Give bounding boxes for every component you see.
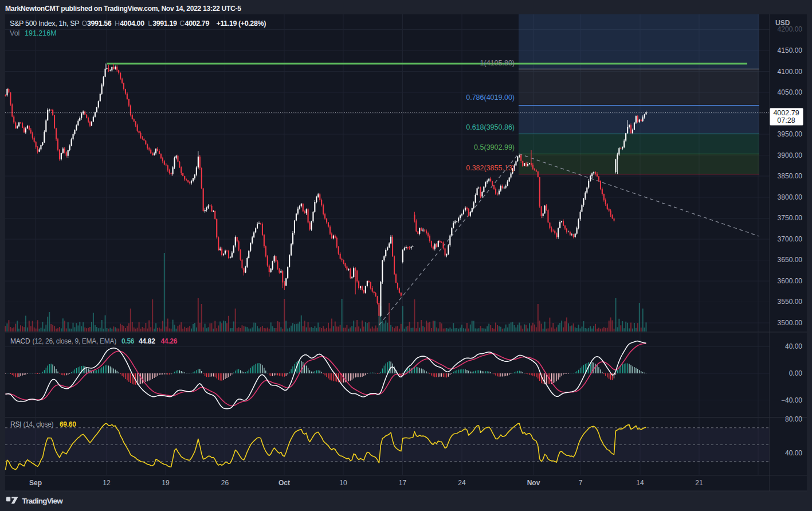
svg-text:3700.00: 3700.00 xyxy=(778,235,803,243)
svg-text:21: 21 xyxy=(695,479,703,487)
svg-text:7: 7 xyxy=(579,479,583,487)
svg-text:3900.00: 3900.00 xyxy=(778,151,803,159)
svg-text:RSI: RSI xyxy=(10,420,21,428)
svg-text:17: 17 xyxy=(399,479,407,487)
svg-text:+11.19 (+0.28%): +11.19 (+0.28%) xyxy=(217,19,266,28)
svg-text:4100.00: 4100.00 xyxy=(778,68,803,76)
svg-text:07:28: 07:28 xyxy=(777,116,795,124)
svg-text:24: 24 xyxy=(458,479,466,487)
svg-text:3500.00: 3500.00 xyxy=(778,319,803,327)
svg-text:0.618(3950.86): 0.618(3950.86) xyxy=(466,123,515,131)
svg-text:0.382(3855.13): 0.382(3855.13) xyxy=(466,164,515,172)
svg-text:3750.00: 3750.00 xyxy=(778,214,803,222)
svg-text:Sep: Sep xyxy=(29,479,42,487)
svg-text:H: H xyxy=(115,19,120,28)
svg-text:69.60: 69.60 xyxy=(60,420,76,428)
svg-text:3650.00: 3650.00 xyxy=(778,256,803,264)
svg-text:44.82: 44.82 xyxy=(139,337,155,345)
svg-text:3850.00: 3850.00 xyxy=(778,172,803,180)
svg-text:40.00: 40.00 xyxy=(785,449,802,457)
svg-text:19: 19 xyxy=(162,479,170,487)
svg-text:MACD: MACD xyxy=(10,337,30,345)
svg-text:Nov: Nov xyxy=(527,479,540,487)
svg-text:Oct: Oct xyxy=(278,479,290,487)
svg-text:0.00: 0.00 xyxy=(789,369,803,377)
svg-text:3950.00: 3950.00 xyxy=(778,130,803,138)
svg-text:40.00: 40.00 xyxy=(785,342,802,350)
svg-text:0.56: 0.56 xyxy=(121,337,135,345)
svg-text:MarkNewtonCMT published on Tra: MarkNewtonCMT published on TradingView.c… xyxy=(5,5,241,13)
svg-text:191.216M: 191.216M xyxy=(25,29,57,37)
svg-text:10: 10 xyxy=(339,479,347,487)
svg-text:0.5(3902.99): 0.5(3902.99) xyxy=(474,143,515,151)
svg-text:3800.00: 3800.00 xyxy=(778,193,803,201)
svg-text:12: 12 xyxy=(103,479,111,487)
svg-text:C: C xyxy=(179,19,185,28)
svg-text:−40.00: −40.00 xyxy=(781,396,802,404)
svg-text:S&P 500 Index, 1h, SP: S&P 500 Index, 1h, SP xyxy=(10,19,79,28)
svg-text:L: L xyxy=(148,19,152,28)
svg-text:Vol: Vol xyxy=(10,29,19,37)
svg-text:80.00: 80.00 xyxy=(785,415,802,423)
svg-text:4150.00: 4150.00 xyxy=(778,46,803,54)
svg-text:4200.00: 4200.00 xyxy=(778,25,803,33)
svg-text:14: 14 xyxy=(636,479,644,487)
svg-text:(14, close): (14, close) xyxy=(23,420,54,428)
svg-text:4002.79: 4002.79 xyxy=(773,109,799,117)
svg-text:3600.00: 3600.00 xyxy=(778,277,803,285)
svg-text:TradingView: TradingView xyxy=(22,497,64,505)
svg-text:(12, 26, close, 9, EMA, EMA): (12, 26, close, 9, EMA, EMA) xyxy=(33,337,117,345)
svg-text:44.26: 44.26 xyxy=(161,337,178,345)
svg-text:0.786(4019.00): 0.786(4019.00) xyxy=(466,93,515,102)
svg-text:4050.00: 4050.00 xyxy=(778,88,803,96)
svg-text:4004.00: 4004.00 xyxy=(120,19,144,28)
svg-text:3550.00: 3550.00 xyxy=(778,298,803,306)
svg-text:1(4105.80): 1(4105.80) xyxy=(480,59,515,67)
svg-text:26: 26 xyxy=(221,479,229,487)
svg-text:3991.19: 3991.19 xyxy=(152,19,177,28)
svg-text:3991.56: 3991.56 xyxy=(87,19,112,28)
svg-text:4002.79: 4002.79 xyxy=(185,19,210,28)
